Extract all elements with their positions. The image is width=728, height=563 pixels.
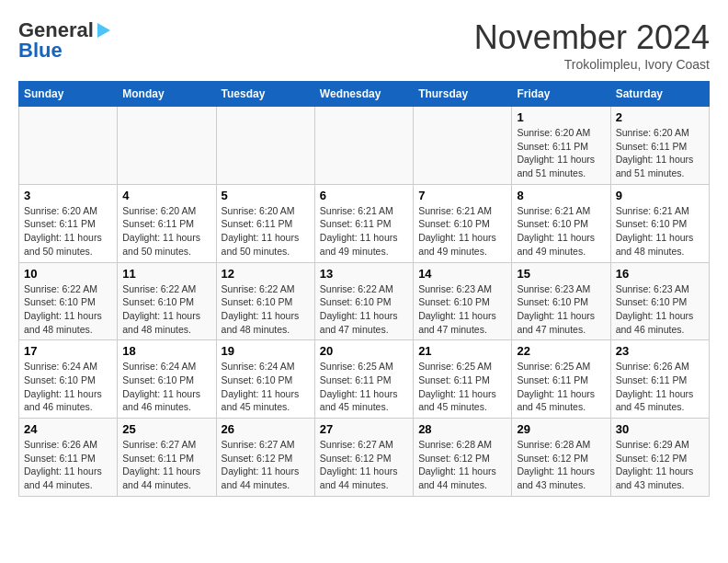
calendar-cell: 13Sunrise: 6:22 AMSunset: 6:10 PMDayligh… bbox=[314, 262, 413, 340]
calendar-week-row: 10Sunrise: 6:22 AMSunset: 6:10 PMDayligh… bbox=[19, 262, 710, 340]
month-title: November 2024 bbox=[474, 18, 710, 57]
day-info: Sunrise: 6:24 AMSunset: 6:10 PMDaylight:… bbox=[222, 360, 310, 414]
day-info: Sunrise: 6:22 AMSunset: 6:10 PMDaylight:… bbox=[122, 282, 210, 337]
day-info: Sunrise: 6:20 AMSunset: 6:11 PMDaylight:… bbox=[616, 126, 704, 180]
calendar-cell bbox=[216, 107, 314, 185]
column-header-tuesday: Tuesday bbox=[216, 82, 314, 107]
calendar-cell: 17Sunrise: 6:24 AMSunset: 6:10 PMDayligh… bbox=[19, 340, 118, 419]
day-info: Sunrise: 6:29 AMSunset: 6:12 PMDaylight:… bbox=[616, 438, 704, 492]
column-header-sunday: Sunday bbox=[19, 82, 118, 107]
day-info: Sunrise: 6:27 AMSunset: 6:11 PMDaylight:… bbox=[122, 438, 210, 492]
calendar-header-row: SundayMondayTuesdayWednesdayThursdayFrid… bbox=[19, 82, 710, 107]
column-header-wednesday: Wednesday bbox=[314, 82, 413, 107]
day-number: 24 bbox=[24, 422, 112, 436]
day-info: Sunrise: 6:20 AMSunset: 6:11 PMDaylight:… bbox=[24, 204, 112, 259]
day-info: Sunrise: 6:22 AMSunset: 6:10 PMDaylight:… bbox=[222, 282, 310, 337]
calendar-cell: 27Sunrise: 6:27 AMSunset: 6:12 PMDayligh… bbox=[314, 419, 413, 497]
day-number: 2 bbox=[616, 110, 704, 124]
day-info: Sunrise: 6:23 AMSunset: 6:10 PMDaylight:… bbox=[418, 282, 506, 337]
calendar-cell bbox=[314, 107, 413, 185]
day-number: 10 bbox=[24, 267, 112, 281]
day-info: Sunrise: 6:27 AMSunset: 6:12 PMDaylight:… bbox=[222, 438, 310, 492]
day-number: 20 bbox=[320, 344, 408, 358]
day-number: 15 bbox=[517, 267, 605, 281]
calendar-cell: 22Sunrise: 6:25 AMSunset: 6:11 PMDayligh… bbox=[512, 340, 610, 419]
calendar-cell: 10Sunrise: 6:22 AMSunset: 6:10 PMDayligh… bbox=[19, 262, 118, 340]
calendar-cell: 11Sunrise: 6:22 AMSunset: 6:10 PMDayligh… bbox=[118, 262, 216, 340]
day-info: Sunrise: 6:24 AMSunset: 6:10 PMDaylight:… bbox=[24, 360, 112, 414]
calendar-week-row: 24Sunrise: 6:26 AMSunset: 6:11 PMDayligh… bbox=[19, 419, 710, 497]
day-number: 19 bbox=[222, 344, 310, 358]
calendar-cell: 15Sunrise: 6:23 AMSunset: 6:10 PMDayligh… bbox=[512, 262, 610, 340]
calendar-cell: 23Sunrise: 6:26 AMSunset: 6:11 PMDayligh… bbox=[610, 340, 709, 419]
day-number: 26 bbox=[222, 422, 310, 436]
logo-arrow-icon bbox=[97, 23, 110, 38]
calendar-cell: 24Sunrise: 6:26 AMSunset: 6:11 PMDayligh… bbox=[19, 419, 118, 497]
column-header-thursday: Thursday bbox=[414, 82, 512, 107]
calendar-cell bbox=[414, 107, 512, 185]
calendar-cell: 6Sunrise: 6:21 AMSunset: 6:11 PMDaylight… bbox=[314, 184, 413, 262]
day-info: Sunrise: 6:20 AMSunset: 6:11 PMDaylight:… bbox=[222, 204, 310, 259]
day-number: 7 bbox=[418, 189, 506, 202]
day-number: 17 bbox=[24, 344, 112, 358]
calendar-cell: 28Sunrise: 6:28 AMSunset: 6:12 PMDayligh… bbox=[414, 419, 512, 497]
day-number: 13 bbox=[320, 267, 408, 281]
day-info: Sunrise: 6:28 AMSunset: 6:12 PMDaylight:… bbox=[517, 438, 605, 492]
location-label: Trokolimpleu, Ivory Coast bbox=[474, 57, 710, 72]
column-header-friday: Friday bbox=[512, 82, 610, 107]
day-number: 9 bbox=[616, 189, 704, 202]
day-info: Sunrise: 6:20 AMSunset: 6:11 PMDaylight:… bbox=[517, 126, 605, 180]
page-header: General Blue November 2024 Trokolimpleu,… bbox=[18, 18, 710, 72]
day-number: 21 bbox=[418, 344, 506, 358]
day-info: Sunrise: 6:22 AMSunset: 6:10 PMDaylight:… bbox=[24, 282, 112, 337]
day-info: Sunrise: 6:26 AMSunset: 6:11 PMDaylight:… bbox=[616, 360, 704, 414]
day-info: Sunrise: 6:23 AMSunset: 6:10 PMDaylight:… bbox=[517, 282, 605, 337]
day-info: Sunrise: 6:23 AMSunset: 6:10 PMDaylight:… bbox=[616, 282, 704, 337]
calendar-cell: 5Sunrise: 6:20 AMSunset: 6:11 PMDaylight… bbox=[216, 184, 314, 262]
calendar-cell: 4Sunrise: 6:20 AMSunset: 6:11 PMDaylight… bbox=[118, 184, 216, 262]
day-info: Sunrise: 6:25 AMSunset: 6:11 PMDaylight:… bbox=[517, 360, 605, 414]
day-info: Sunrise: 6:26 AMSunset: 6:11 PMDaylight:… bbox=[24, 438, 112, 492]
day-number: 4 bbox=[122, 189, 210, 202]
day-number: 1 bbox=[517, 110, 605, 124]
calendar-cell: 1Sunrise: 6:20 AMSunset: 6:11 PMDaylight… bbox=[512, 107, 610, 185]
calendar-week-row: 1Sunrise: 6:20 AMSunset: 6:11 PMDaylight… bbox=[19, 107, 710, 185]
day-info: Sunrise: 6:27 AMSunset: 6:12 PMDaylight:… bbox=[320, 438, 408, 492]
calendar-week-row: 17Sunrise: 6:24 AMSunset: 6:10 PMDayligh… bbox=[19, 340, 710, 419]
day-number: 23 bbox=[616, 344, 704, 358]
calendar-cell: 20Sunrise: 6:25 AMSunset: 6:11 PMDayligh… bbox=[314, 340, 413, 419]
day-number: 18 bbox=[122, 344, 210, 358]
calendar-cell: 16Sunrise: 6:23 AMSunset: 6:10 PMDayligh… bbox=[610, 262, 709, 340]
day-number: 25 bbox=[122, 422, 210, 436]
day-number: 29 bbox=[517, 422, 605, 436]
calendar-week-row: 3Sunrise: 6:20 AMSunset: 6:11 PMDaylight… bbox=[19, 184, 710, 262]
day-number: 16 bbox=[616, 267, 704, 281]
calendar-cell: 12Sunrise: 6:22 AMSunset: 6:10 PMDayligh… bbox=[216, 262, 314, 340]
day-number: 5 bbox=[222, 189, 310, 202]
calendar-cell: 26Sunrise: 6:27 AMSunset: 6:12 PMDayligh… bbox=[216, 419, 314, 497]
day-number: 3 bbox=[24, 189, 112, 202]
calendar-cell: 21Sunrise: 6:25 AMSunset: 6:11 PMDayligh… bbox=[414, 340, 512, 419]
calendar-cell: 2Sunrise: 6:20 AMSunset: 6:11 PMDaylight… bbox=[610, 107, 709, 185]
calendar-cell: 29Sunrise: 6:28 AMSunset: 6:12 PMDayligh… bbox=[512, 419, 610, 497]
calendar-cell bbox=[118, 107, 216, 185]
day-number: 14 bbox=[418, 267, 506, 281]
day-number: 30 bbox=[616, 422, 704, 436]
calendar-cell: 18Sunrise: 6:24 AMSunset: 6:10 PMDayligh… bbox=[118, 340, 216, 419]
calendar-cell: 30Sunrise: 6:29 AMSunset: 6:12 PMDayligh… bbox=[610, 419, 709, 497]
calendar-table: SundayMondayTuesdayWednesdayThursdayFrid… bbox=[18, 81, 710, 497]
day-info: Sunrise: 6:21 AMSunset: 6:11 PMDaylight:… bbox=[320, 204, 408, 259]
calendar-cell: 9Sunrise: 6:21 AMSunset: 6:10 PMDaylight… bbox=[610, 184, 709, 262]
day-info: Sunrise: 6:24 AMSunset: 6:10 PMDaylight:… bbox=[122, 360, 210, 414]
day-number: 8 bbox=[517, 189, 605, 202]
calendar-cell: 7Sunrise: 6:21 AMSunset: 6:10 PMDaylight… bbox=[414, 184, 512, 262]
day-info: Sunrise: 6:22 AMSunset: 6:10 PMDaylight:… bbox=[320, 282, 408, 337]
day-number: 6 bbox=[320, 189, 408, 202]
day-number: 27 bbox=[320, 422, 408, 436]
day-info: Sunrise: 6:21 AMSunset: 6:10 PMDaylight:… bbox=[616, 204, 704, 259]
column-header-saturday: Saturday bbox=[610, 82, 709, 107]
calendar-cell: 8Sunrise: 6:21 AMSunset: 6:10 PMDaylight… bbox=[512, 184, 610, 262]
title-area: November 2024 Trokolimpleu, Ivory Coast bbox=[474, 18, 710, 72]
day-info: Sunrise: 6:21 AMSunset: 6:10 PMDaylight:… bbox=[418, 204, 506, 259]
calendar-cell: 25Sunrise: 6:27 AMSunset: 6:11 PMDayligh… bbox=[118, 419, 216, 497]
